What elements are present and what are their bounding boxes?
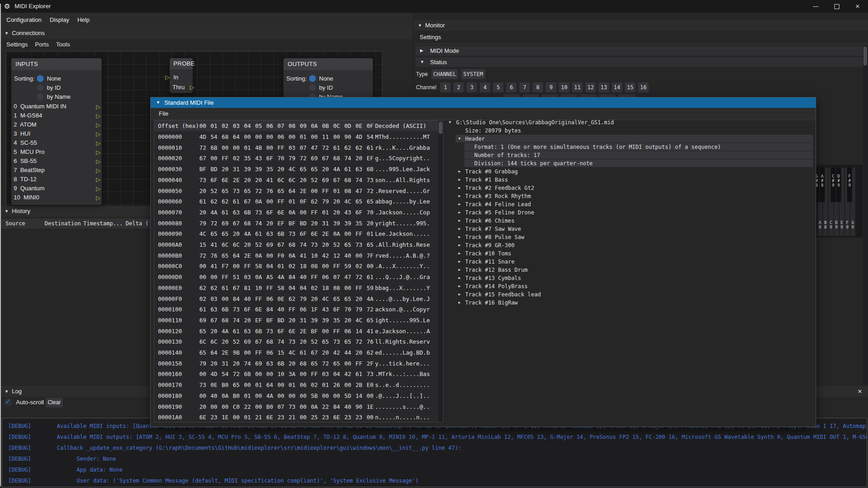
monitor-scrollbar[interactable] bbox=[863, 46, 868, 385]
channel-button-15[interactable]: 15 bbox=[625, 82, 635, 92]
smf-window[interactable]: ▼ Standard MIDI File File Offset (hex)00… bbox=[150, 97, 816, 427]
tab-ports[interactable]: Ports bbox=[35, 39, 49, 50]
clear-button[interactable]: Clear bbox=[46, 398, 63, 407]
tree-track[interactable]: ▶Track #7 Saw Wave bbox=[449, 225, 813, 233]
menu-configuration[interactable]: Configuration bbox=[6, 13, 41, 27]
output-pin-icon[interactable]: ▷ bbox=[96, 139, 101, 148]
radio-none[interactable] bbox=[309, 75, 316, 82]
tree-track[interactable]: ▶Track #14 PolyBrass bbox=[449, 282, 813, 290]
menu-file[interactable]: File bbox=[159, 108, 168, 120]
output-pin-icon[interactable]: ▷ bbox=[96, 148, 101, 157]
radio-by-id[interactable] bbox=[309, 84, 316, 91]
smf-titlebar[interactable]: ▼ Standard MIDI File bbox=[151, 97, 816, 108]
tree-header-field[interactable]: Format: 1 (One or more simultaneous trac… bbox=[449, 143, 813, 151]
inputs-node[interactable]: INPUTS Sorting: Noneby IDby Name0 Quantu… bbox=[11, 58, 102, 205]
tree-track[interactable]: ▶Track #9 GR-300 bbox=[449, 241, 813, 249]
tree-track[interactable]: ▶Track #3 Rock Rhythm bbox=[449, 192, 813, 200]
maximize-button[interactable] bbox=[826, 0, 847, 13]
window-resize-edge[interactable] bbox=[0, 4, 1, 486]
tree-size[interactable]: Size: 28979 bytes bbox=[449, 127, 813, 135]
channel-button-13[interactable]: 13 bbox=[599, 82, 609, 92]
hex-byte: 4C bbox=[355, 315, 362, 326]
output-pin-icon[interactable]: ▷ bbox=[96, 184, 101, 193]
menu-display[interactable]: Display bbox=[50, 13, 69, 27]
minimize-button[interactable]: — bbox=[805, 0, 826, 13]
inputs-node-header[interactable]: INPUTS bbox=[11, 58, 102, 70]
menu-help[interactable]: Help bbox=[77, 13, 90, 27]
tree-track[interactable]: ▶Track #5 Feline Drone bbox=[449, 208, 813, 217]
tree-header-field[interactable]: Number of tracks: 17 bbox=[449, 151, 813, 159]
hex-byte: 61 bbox=[367, 272, 374, 283]
hex-scrollbar[interactable] bbox=[438, 121, 443, 422]
outputs-node[interactable]: OUTPUTS Sorting: Noneby IDby Name bbox=[283, 58, 373, 102]
channel-button-1[interactable]: 1 bbox=[440, 82, 451, 92]
hex-byte-header: 08 bbox=[289, 121, 295, 131]
output-pin-icon[interactable]: ▷ bbox=[96, 112, 101, 121]
channel-button-16[interactable]: 16 bbox=[638, 82, 649, 92]
channel-button-2[interactable]: 2 bbox=[453, 82, 464, 92]
tree-track[interactable]: ▶Track #6 Chimes bbox=[449, 217, 813, 225]
tree-track[interactable]: ▶Track #13 Cymbals bbox=[449, 274, 813, 282]
output-pin-icon[interactable]: ▷ bbox=[96, 193, 101, 203]
channel-button-3[interactable]: 3 bbox=[467, 82, 477, 92]
type-button-channel[interactable]: CHANNEL bbox=[431, 69, 458, 79]
probe-in-pin-icon[interactable]: ▷ bbox=[165, 74, 170, 81]
type-button-system[interactable]: SYSTEM bbox=[461, 69, 485, 79]
log-line: [DEBUG] Sender: None bbox=[2, 453, 867, 464]
monitor-header[interactable]: ▼ Monitor bbox=[413, 20, 868, 31]
probe-node-header[interactable]: PROBE bbox=[170, 58, 193, 69]
channel-button-7[interactable]: 7 bbox=[519, 82, 530, 92]
scrollbar-thumb[interactable] bbox=[439, 122, 442, 134]
channel-button-10[interactable]: 10 bbox=[559, 82, 569, 92]
hex-offset: 0000120 bbox=[158, 326, 182, 337]
outputs-node-header[interactable]: OUTPUTS bbox=[284, 58, 373, 70]
tree-track[interactable]: ▶Track #10 Toms bbox=[449, 249, 813, 258]
channel-button-6[interactable]: 6 bbox=[506, 82, 517, 92]
connections-header[interactable]: ▼ Connections bbox=[0, 27, 413, 39]
channel-button-9[interactable]: 9 bbox=[546, 82, 556, 92]
tree-track[interactable]: ▶Track #12 Bass Drum bbox=[449, 266, 813, 274]
output-pin-icon[interactable]: ▷ bbox=[96, 102, 101, 112]
close-button[interactable]: ✕ bbox=[847, 0, 868, 13]
tab-settings[interactable]: Settings bbox=[420, 31, 441, 44]
tab-tools[interactable]: Tools bbox=[56, 39, 70, 50]
status-section[interactable]: ▼ Status bbox=[416, 57, 863, 67]
black-key-c-9[interactable]: C # 9 bbox=[831, 168, 836, 202]
hex-byte: 73 bbox=[289, 229, 295, 239]
channel-button-14[interactable]: 14 bbox=[612, 82, 622, 92]
radio-none[interactable] bbox=[37, 75, 44, 82]
tab-settings[interactable]: Settings bbox=[6, 39, 28, 50]
black-key-f-9[interactable]: F # 9 bbox=[847, 168, 852, 202]
channel-button-4[interactable]: 4 bbox=[480, 82, 490, 92]
output-pin-icon[interactable]: ▷ bbox=[96, 157, 101, 166]
radio-by-id[interactable] bbox=[37, 84, 44, 91]
radio-by-name[interactable] bbox=[37, 93, 44, 100]
tree-track[interactable]: ▶Track #11 Snare bbox=[449, 258, 813, 266]
tree-track[interactable]: ▶Track #8 Pulse Saw bbox=[449, 233, 813, 241]
channel-button-11[interactable]: 11 bbox=[572, 82, 583, 92]
black-key-a-8[interactable]: A # 8 bbox=[820, 168, 825, 202]
log-close-button[interactable]: ✕ bbox=[858, 386, 862, 397]
black-key-d-9[interactable]: D # 9 bbox=[836, 168, 841, 202]
tree-track[interactable]: ▶Track #15 Feedback lead bbox=[449, 290, 813, 299]
tree-track[interactable]: ▶Track #1 Bass bbox=[449, 176, 813, 184]
output-pin-icon[interactable]: ▷ bbox=[96, 130, 101, 139]
tree-track[interactable]: ▶Track #0 Grabbag bbox=[449, 168, 813, 176]
midi-mode-section[interactable]: ▶ MIDI Mode bbox=[416, 46, 863, 56]
output-pin-icon[interactable]: ▷ bbox=[96, 121, 101, 130]
tree-header[interactable]: ▼Header bbox=[449, 135, 813, 143]
output-pin-icon[interactable]: ▷ bbox=[96, 166, 101, 175]
autoscroll-checkbox[interactable]: ✓ bbox=[5, 399, 12, 406]
tree-track[interactable]: ▶Track #16 BigRaw bbox=[449, 299, 813, 307]
channel-button-8[interactable]: 8 bbox=[533, 82, 543, 92]
scrollbar-thumb[interactable] bbox=[863, 46, 867, 66]
channel-button-5[interactable]: 5 bbox=[493, 82, 503, 92]
probe-thru-pin-icon[interactable]: ▷ bbox=[190, 84, 194, 91]
channel-button-12[interactable]: 12 bbox=[585, 82, 596, 92]
tree-track[interactable]: ▶Track #4 Feline Lead bbox=[449, 200, 813, 208]
hex-byte: 65 bbox=[355, 196, 362, 207]
tree-root[interactable]: ▼G:\Studio One\Sources\GrabbagOriginalVe… bbox=[449, 118, 813, 127]
tree-header-field[interactable]: Division: 144 ticks per quarter-note bbox=[449, 159, 813, 168]
tree-track[interactable]: ▶Track #2 Feedback Gt2 bbox=[449, 184, 813, 192]
output-pin-icon[interactable]: ▷ bbox=[96, 175, 101, 184]
